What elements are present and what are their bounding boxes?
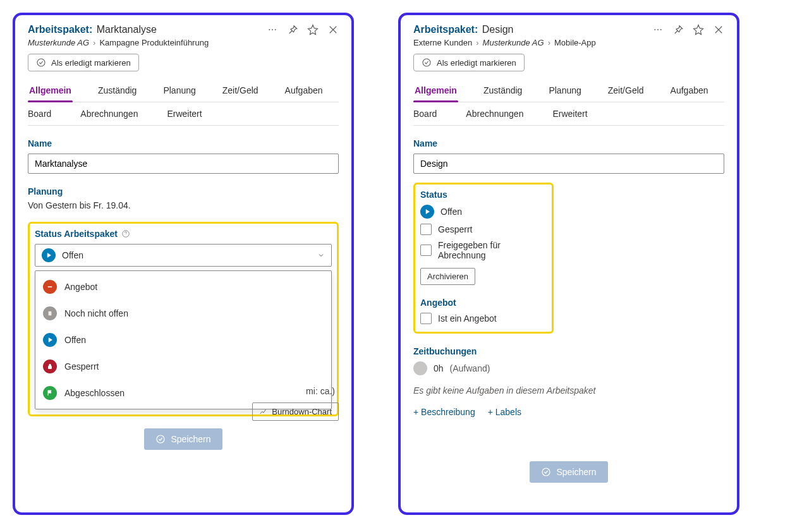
close-icon[interactable]	[327, 24, 339, 35]
star-icon[interactable]	[693, 24, 704, 35]
checkbox-gesperrt-label: Gesperrt	[438, 224, 472, 234]
more-icon[interactable]: ⋯	[652, 24, 664, 35]
occluded-text: mi: ca.)	[306, 386, 337, 396]
svg-rect-2	[48, 287, 52, 287]
help-icon[interactable]	[121, 229, 130, 238]
close-icon[interactable]	[713, 24, 724, 35]
subtab-erweitert[interactable]: Erweitert	[167, 109, 202, 119]
breadcrumb-item[interactable]: Mobile-App	[554, 38, 596, 47]
breadcrumb-item[interactable]: Musterkunde AG	[483, 38, 544, 47]
svg-point-6	[157, 435, 164, 443]
burndown-label: Burndown-Chart	[272, 407, 332, 416]
status-option-label: Noch nicht offen	[64, 308, 128, 318]
status-option-angebot[interactable]: Angebot	[35, 274, 331, 300]
mark-done-label: Als erledigt markieren	[51, 58, 131, 68]
add-labels-link[interactable]: + Labels	[488, 407, 521, 417]
time-note: (Aufwand)	[450, 363, 490, 373]
breadcrumb-separator-icon: ›	[476, 38, 478, 47]
tab-zuständig[interactable]: Zuständig	[482, 80, 523, 102]
status-selected-label: Offen	[62, 250, 83, 260]
chevron-down-icon	[317, 251, 325, 259]
panel-marktanalyse: Arbeitspaket: Marktanalyse ⋯ Musterkunde…	[13, 13, 354, 515]
tab-aufgaben[interactable]: Aufgaben	[284, 80, 324, 102]
tab-zuständig[interactable]: Zuständig	[97, 80, 138, 102]
breadcrumb-item[interactable]: Musterkunde AG	[28, 38, 89, 47]
svg-point-7	[423, 59, 430, 66]
svg-point-8	[542, 468, 550, 476]
panel-title: Arbeitspaket: Design	[413, 24, 514, 35]
status-angebot-icon	[43, 280, 57, 294]
title-value: Marktanalyse	[97, 24, 157, 35]
more-icon[interactable]: ⋯	[267, 24, 278, 35]
tab-aufgaben[interactable]: Aufgaben	[669, 80, 710, 102]
tab-zeit/geld[interactable]: Zeit/Geld	[221, 80, 260, 102]
title-label: Arbeitspaket:	[28, 24, 92, 35]
save-label: Speichern	[556, 467, 596, 477]
checkbox-ist-angebot[interactable]	[420, 313, 432, 324]
subtab-board[interactable]: Board	[28, 109, 51, 119]
checkbox-freigegeben[interactable]	[420, 245, 432, 256]
tab-planung[interactable]: Planung	[547, 80, 582, 102]
tab-planung[interactable]: Planung	[162, 80, 197, 102]
status-offen-icon	[43, 333, 57, 347]
save-button[interactable]: Speichern	[144, 428, 222, 450]
title-label: Arbeitspaket:	[413, 24, 478, 35]
breadcrumb: Musterkunde AG›Kampagne Produkteinführun…	[28, 38, 339, 47]
breadcrumb-item[interactable]: Externe Kunden	[413, 38, 472, 47]
pin-icon[interactable]	[287, 24, 298, 35]
status-label: Status Arbeitspaket	[35, 229, 118, 239]
planung-value: Von Gestern bis Fr. 19.04.	[28, 200, 339, 210]
status-option-label: Offen	[64, 335, 86, 345]
subtab-abrechnungen[interactable]: Abrechnungen	[80, 109, 138, 119]
status-offen-icon	[42, 248, 56, 262]
status-option-noch[interactable]: Noch nicht offen	[35, 300, 331, 327]
mark-done-label: Als erledigt markieren	[437, 58, 516, 68]
save-label: Speichern	[171, 434, 210, 444]
archive-button[interactable]: Archivieren	[420, 268, 475, 285]
breadcrumb-separator-icon: ›	[93, 38, 95, 47]
tab-allgemein[interactable]: Allgemein	[413, 80, 458, 102]
status-option-gesperrt[interactable]: Gesperrt	[35, 353, 331, 380]
breadcrumb-item[interactable]: Kampagne Produkteinführung	[99, 38, 209, 47]
panel-design: Arbeitspaket: Design ⋯ Externe Kunden›Mu…	[398, 13, 739, 515]
subtab-board[interactable]: Board	[413, 109, 437, 119]
svg-rect-4	[51, 311, 52, 315]
tab-allgemein[interactable]: Allgemein	[28, 80, 73, 102]
name-label: Name	[413, 138, 724, 148]
status-current-label: Offen	[441, 207, 462, 217]
angebot-label: Angebot	[420, 298, 544, 308]
subtab-abrechnungen[interactable]: Abrechnungen	[466, 109, 523, 119]
title-value: Design	[482, 24, 514, 35]
name-label: Name	[28, 138, 339, 148]
burndown-chart-button[interactable]: Burndown-Chart	[252, 402, 339, 421]
status-option-label: Abgeschlossen	[64, 388, 125, 398]
star-icon[interactable]	[307, 24, 319, 35]
add-description-link[interactable]: + Beschreibung	[413, 407, 475, 417]
breadcrumb-separator-icon: ›	[548, 38, 550, 47]
checkbox-gesperrt[interactable]	[420, 224, 432, 235]
svg-rect-5	[49, 366, 52, 369]
save-button[interactable]: Speichern	[530, 461, 607, 483]
status-option-label: Angebot	[64, 282, 97, 292]
name-input[interactable]	[28, 154, 339, 174]
name-input[interactable]	[413, 154, 724, 174]
status-noch-icon	[43, 306, 57, 320]
subtab-erweitert[interactable]: Erweitert	[552, 109, 587, 119]
status-dropdown[interactable]: Offen	[35, 244, 332, 267]
svg-point-0	[37, 59, 45, 66]
status-gesperrt-icon	[43, 360, 57, 373]
empty-tasks-note: Es gibt keine Aufgaben in diesem Arbeits…	[413, 385, 724, 396]
checkbox-ist-angebot-label: Ist ein Angebot	[438, 313, 497, 323]
status-highlight-box: Status Offen Gesperrt Freigegeben für Ab…	[413, 183, 554, 334]
mark-done-button[interactable]: Als erledigt markieren	[413, 54, 525, 71]
time-hours: 0h	[434, 363, 444, 373]
status-option-label: Gesperrt	[64, 361, 99, 372]
pin-icon[interactable]	[672, 24, 684, 35]
tab-zeit/geld[interactable]: Zeit/Geld	[607, 80, 645, 102]
checkbox-freigegeben-label: Freigegeben für Abrechnung	[438, 240, 544, 260]
status-abg-icon	[43, 386, 57, 400]
status-option-offen[interactable]: Offen	[35, 327, 331, 353]
status-offen-icon	[420, 205, 434, 219]
mark-done-button[interactable]: Als erledigt markieren	[28, 54, 139, 71]
svg-rect-3	[49, 311, 50, 315]
